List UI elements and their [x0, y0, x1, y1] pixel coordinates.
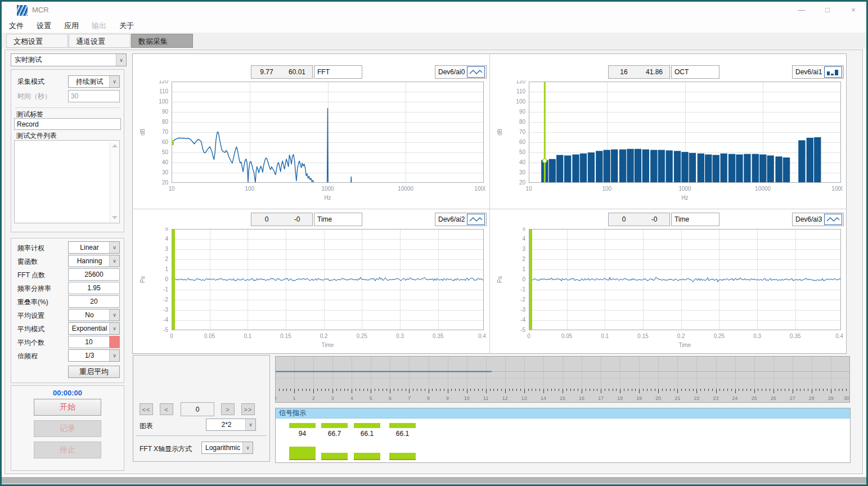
test-mode-value: 实时测试 [12, 54, 116, 66]
chart-layout-select[interactable]: 2*2 ∨ [206, 418, 256, 431]
channel-selector[interactable]: Dev6/ai2 [435, 213, 487, 226]
tab-bar: 文档设置通道设置数据采集 [2, 33, 866, 49]
chart-panel-fft-Dev6/ai0: 9.7760.01FFTDev6/ai0 [133, 60, 488, 206]
signal-level-value: 66.1 [389, 430, 416, 438]
channel-name: Dev6/ai1 [793, 68, 824, 76]
signal-level-bar [321, 453, 348, 460]
timeline-ruler[interactable] [275, 356, 850, 403]
app-window: MCR — □ × 文件设置应用输出关于 文档设置通道设置数据采集 实时测试 ∨… [0, 0, 868, 486]
chevron-down-icon[interactable]: ∨ [109, 350, 119, 361]
time-seconds-label: 时间（秒） [17, 92, 51, 101]
restart-average-button[interactable]: 重启平均 [68, 366, 120, 378]
tab-3[interactable]: 数据采集 [131, 34, 193, 48]
title-bar: MCR — □ × [2, 2, 866, 19]
page-last-button[interactable]: >> [241, 403, 255, 415]
param-row: 频率分辨率1.95 [11, 281, 124, 295]
scroll-down-icon[interactable] [112, 216, 118, 219]
param-select[interactable]: Hanning∨ [68, 255, 120, 267]
param-label: 频率分辨率 [17, 284, 51, 294]
channel-selector[interactable]: Dev6/ai3 [792, 213, 844, 226]
channel-selector[interactable]: Dev6/ai0 [435, 65, 487, 79]
scrollbar[interactable] [110, 141, 119, 222]
waveform-icon [824, 214, 842, 225]
signal-level-bar [389, 453, 416, 460]
chart-name-box[interactable]: OCT [671, 65, 719, 79]
close-button[interactable]: × [840, 2, 866, 19]
chevron-down-icon[interactable]: ∨ [116, 54, 126, 66]
param-row: FFT 点数25600 [11, 268, 124, 281]
chevron-down-icon[interactable]: ∨ [109, 323, 119, 334]
param-label: 窗函数 [17, 257, 38, 267]
page-number-field[interactable]: 0 [181, 402, 214, 416]
minimize-button[interactable]: — [789, 2, 815, 19]
signal-level-value: 66.7 [321, 430, 348, 438]
param-select[interactable]: Linear∨ [68, 241, 120, 254]
menu-item[interactable]: 文件 [9, 19, 24, 33]
page-next-button[interactable]: > [221, 403, 235, 415]
waveform-icon [467, 214, 485, 225]
chevron-down-icon[interactable]: ∨ [245, 419, 255, 430]
tab-2[interactable]: 通道设置 [69, 34, 131, 48]
maximize-button[interactable]: □ [815, 2, 840, 19]
test-mode-select[interactable]: 实时测试 ∨ [11, 53, 127, 66]
param-select[interactable]: 1/3∨ [68, 349, 120, 362]
plot-Dev6/ai1[interactable] [494, 80, 843, 204]
param-select[interactable]: Exponential∨ [68, 322, 120, 335]
chevron-down-icon[interactable]: ∨ [242, 442, 253, 453]
param-row: 平均个数10 [11, 335, 124, 349]
readout-y: -0 [639, 215, 669, 223]
param-field[interactable]: 25600 [68, 268, 120, 281]
signal-indicator-header: 信号指示 [276, 408, 850, 418]
test-tag-field[interactable]: Record [14, 118, 121, 130]
fft-params: 频率计权Linear∨窗函数Hanning∨FFT 点数25600频率分辨率1.… [11, 238, 124, 383]
channel-name: Dev6/ai3 [793, 215, 824, 223]
page-prev-button[interactable]: < [160, 403, 173, 415]
window-bottom-strip [2, 477, 866, 484]
plot-Dev6/ai0[interactable] [137, 80, 485, 204]
chart-name-box[interactable]: FFT [314, 65, 362, 79]
param-field[interactable]: 10 [68, 336, 110, 348]
param-row: 窗函数Hanning∨ [11, 254, 124, 268]
param-row: 平均设置No∨ [11, 308, 124, 322]
scroll-up-icon[interactable] [112, 144, 118, 147]
chart-panel-time-Dev6/ai3: 0-0TimeDev6/ai3 [490, 208, 845, 354]
menu-item[interactable]: 关于 [119, 19, 134, 33]
menu-item[interactable]: 设置 [37, 19, 51, 33]
plot-Dev6/ai2[interactable] [137, 228, 485, 352]
param-field[interactable]: 1.95 [68, 282, 120, 294]
chart-name-box[interactable]: Time [314, 213, 362, 226]
chart-layout-label: 图表 [140, 421, 153, 431]
signal-meter-2: 66.7 [321, 418, 348, 462]
chevron-down-icon[interactable]: ∨ [109, 76, 119, 87]
signal-level-cap [289, 423, 316, 428]
timeline-panel [275, 356, 850, 403]
plot-Dev6/ai3[interactable] [494, 228, 843, 352]
page-first-button[interactable]: << [140, 403, 153, 415]
file-list-label: 测试文件列表 [16, 131, 57, 141]
channel-selector[interactable]: Dev6/ai1 [792, 65, 844, 79]
param-value: Exponential [70, 323, 109, 334]
start-button[interactable]: 开始 [34, 399, 101, 416]
readout-y: 41.86 [639, 68, 669, 76]
app-logo-icon [17, 5, 28, 16]
alert-flag [110, 336, 120, 348]
chevron-down-icon[interactable]: ∨ [109, 242, 119, 253]
signal-level-cap [389, 423, 416, 428]
chevron-down-icon[interactable]: ∨ [109, 255, 119, 267]
fft-xaxis-select[interactable]: Logarithmic ∨ [201, 442, 253, 454]
acq-mode-select[interactable]: 持续测试 ∨ [68, 75, 120, 88]
param-select[interactable]: No∨ [68, 309, 120, 321]
signal-meter-3: 66.1 [354, 418, 380, 462]
waveform-icon [467, 66, 485, 78]
param-label: 平均个数 [17, 338, 44, 348]
tab-1[interactable]: 文档设置 [6, 34, 68, 48]
param-label: FFT 点数 [17, 271, 45, 280]
menu-item[interactable]: 应用 [64, 19, 79, 33]
test-file-list[interactable] [14, 140, 120, 223]
param-row: 平均模式Exponential∨ [11, 322, 124, 335]
param-field[interactable]: 20 [68, 295, 120, 308]
chart-name-box[interactable]: Time [671, 213, 719, 226]
fft-xaxis-label: FFT X轴显示方式 [140, 444, 192, 454]
chevron-down-icon[interactable]: ∨ [109, 309, 119, 321]
cursor-readout: 1641.86 [608, 65, 670, 79]
